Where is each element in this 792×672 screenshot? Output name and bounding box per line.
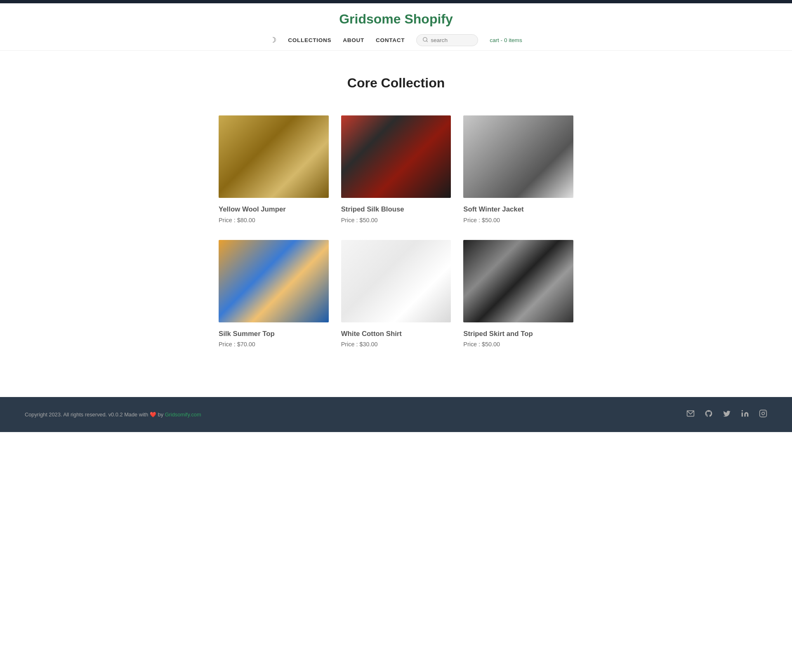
product-image-soft-winter-jacket	[463, 115, 573, 198]
linkedin-icon[interactable]	[741, 409, 749, 420]
instagram-icon[interactable]	[759, 409, 767, 420]
nav-collections[interactable]: COLLECTIONS	[288, 37, 331, 43]
product-name: Soft Winter Jacket	[463, 204, 573, 214]
svg-point-3	[742, 410, 743, 411]
product-image-placeholder	[341, 240, 451, 322]
product-card-soft-winter-jacket[interactable]: Soft Winter Jacket Price : $50.00	[463, 115, 573, 223]
search-input[interactable]	[431, 37, 472, 43]
product-card-silk-summer-top[interactable]: Silk Summer Top Price : $70.00	[219, 240, 329, 348]
product-image-white-cotton-shirt	[341, 240, 451, 322]
product-image-placeholder	[341, 115, 451, 198]
product-image-placeholder	[219, 115, 329, 198]
main-content: Core Collection Yellow Wool Jumper Price…	[210, 51, 582, 397]
product-name: Silk Summer Top	[219, 329, 329, 339]
product-image-placeholder	[463, 115, 573, 198]
search-bar[interactable]	[416, 34, 478, 46]
dark-mode-toggle[interactable]: ☽	[270, 36, 276, 45]
svg-line-1	[427, 41, 428, 42]
product-price: Price : $50.00	[463, 217, 573, 223]
svg-rect-4	[760, 410, 767, 417]
product-price: Price : $50.00	[341, 217, 451, 223]
footer: Copyright 2023. All rights reserved. v0.…	[0, 397, 792, 432]
footer-social-icons	[686, 409, 767, 420]
product-image-striped-silk-blouse	[341, 115, 451, 198]
header: Gridsome Shopify ☽ COLLECTIONS ABOUT CON…	[0, 3, 792, 51]
footer-brand-link[interactable]: Gridsomify.com	[165, 411, 201, 418]
site-title[interactable]: Gridsome Shopify	[16, 12, 776, 27]
product-price: Price : $30.00	[341, 341, 451, 348]
product-card-striped-silk-blouse[interactable]: Striped Silk Blouse Price : $50.00	[341, 115, 451, 223]
top-bar	[0, 0, 792, 3]
search-icon	[422, 37, 428, 44]
email-icon[interactable]	[686, 409, 695, 420]
product-image-placeholder	[219, 240, 329, 322]
product-image-placeholder	[463, 240, 573, 322]
product-name: Yellow Wool Jumper	[219, 204, 329, 214]
footer-copyright: Copyright 2023. All rights reserved. v0.…	[25, 411, 201, 418]
product-grid: Yellow Wool Jumper Price : $80.00 Stripe…	[219, 115, 573, 348]
page-title: Core Collection	[219, 75, 573, 91]
product-card-yellow-wool-jumper[interactable]: Yellow Wool Jumper Price : $80.00	[219, 115, 329, 223]
product-image-silk-summer-top	[219, 240, 329, 322]
product-card-white-cotton-shirt[interactable]: White Cotton Shirt Price : $30.00	[341, 240, 451, 348]
product-price: Price : $80.00	[219, 217, 329, 223]
product-card-striped-skirt-and-top[interactable]: Striped Skirt and Top Price : $50.00	[463, 240, 573, 348]
product-name: Striped Skirt and Top	[463, 329, 573, 339]
nav-contact[interactable]: CONTACT	[376, 37, 405, 43]
product-image-yellow-wool-jumper	[219, 115, 329, 198]
nav-about[interactable]: ABOUT	[343, 37, 364, 43]
github-icon[interactable]	[705, 409, 713, 420]
product-image-striped-skirt-and-top	[463, 240, 573, 322]
product-name: Striped Silk Blouse	[341, 204, 451, 214]
product-price: Price : $70.00	[219, 341, 329, 348]
main-nav: ☽ COLLECTIONS ABOUT CONTACT cart - 0 ite…	[16, 34, 776, 46]
product-name: White Cotton Shirt	[341, 329, 451, 339]
twitter-icon[interactable]	[723, 409, 731, 420]
cart-link[interactable]: cart - 0 items	[490, 37, 522, 43]
product-price: Price : $50.00	[463, 341, 573, 348]
